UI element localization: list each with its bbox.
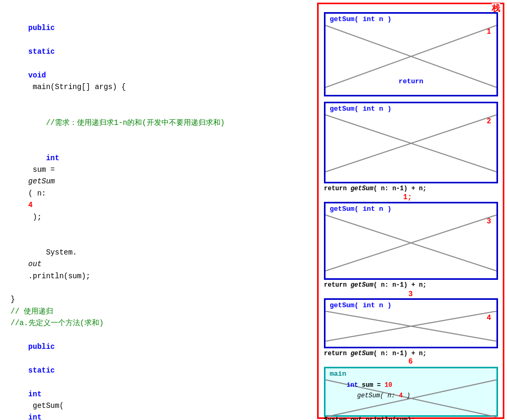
frame-1-title: getSum( int n ) [326,14,496,25]
frame-4-bottom-num: 6 [408,357,413,366]
keyword-static: static [28,47,55,56]
frame-2-bottom-num: 1; [403,193,412,201]
main-frame-line2: getSum( n: 4 ) [357,392,410,399]
frame-1: getSum( int n ) return 1 [324,12,498,96]
frame-1-num: 1 [487,27,491,36]
frame-4-title: getSum( int n ) [326,300,496,311]
frame-2: getSum( int n ) 2 [324,102,498,183]
code-line-comment2: // 使用递归 [11,306,295,317]
frame-3-title: getSum( int n ) [326,203,496,214]
main-frame-println: System.out.println(sum); [324,416,415,420]
main-frame-line1: int sum = 10 [347,382,392,389]
frame-2-cross [326,114,496,172]
svg-line-7 [326,311,496,341]
svg-line-3 [326,115,496,172]
svg-line-6 [326,311,496,341]
main-frame: main int sum = 10 getSum( n: 4 ) [324,367,498,417]
keyword-public: public [28,24,55,32]
frame-4-cross [326,311,496,341]
keyword-void: void [28,71,46,80]
frame-2-num: 2 [487,117,491,125]
code-line-comment3: //a.先定义一个方法(求和) [11,317,295,329]
frame-2-title: getSum( int n ) [326,103,496,114]
frame-3-bottom-num: 3 [408,290,413,298]
frame-4-num: 4 [487,314,491,322]
code-panel: public static void main(String[] args) {… [0,0,306,420]
frame-3-num: 3 [487,217,491,226]
svg-line-5 [326,215,496,271]
svg-line-4 [326,215,496,271]
frame-3: getSum( int n ) 3 [324,202,498,280]
frame-3-return-text: return getSum( n: n-1) + n; [324,281,426,289]
code-line-3: int sum = getSum ( n: 4 ); [11,140,295,235]
frame-4-return-text: return getSum( n: n-1) + n; [324,350,426,357]
frame-2-return-text: return getSum( n: n-1) + n; [324,185,426,192]
code-line-8: public static int getSum( int n){ [11,329,295,420]
diagram-panel: 栈 getSum( int n ) return 1 getSum( int n… [317,3,504,419]
svg-line-2 [326,115,496,172]
main-frame-title: main [326,368,496,379]
frame-4: getSum( int n ) 4 [324,298,498,348]
code-line-5: } [11,294,295,305]
frame-1-return: return [399,77,424,85]
frame-3-cross [326,214,496,271]
code-line-comment1: //需求：使用递归求1-n的和(开发中不要用递归求和) [11,105,295,140]
code-line-1: public static void main(String[] args) { [11,11,295,105]
code-line-4: System. out .println(sum); [11,235,295,294]
